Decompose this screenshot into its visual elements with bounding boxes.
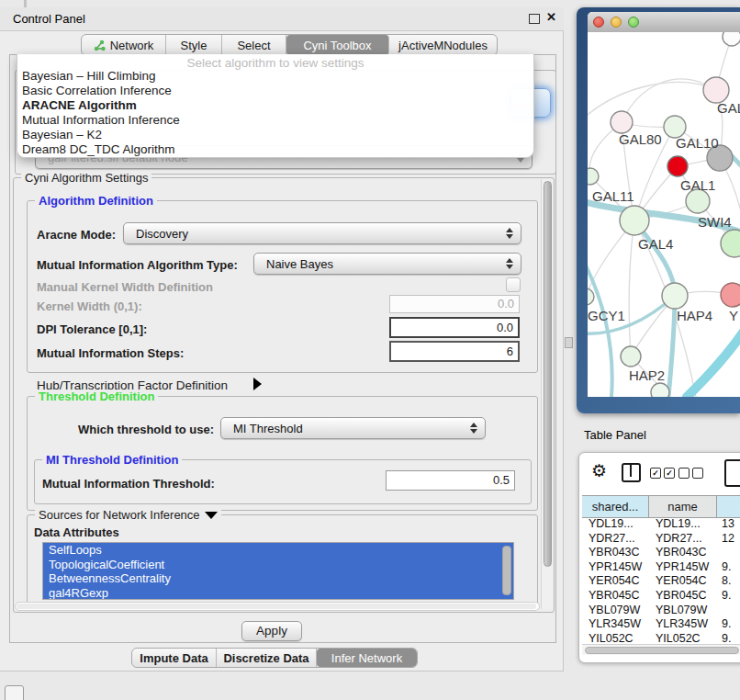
cell-value: 8. xyxy=(722,574,731,587)
expand-arrow-icon[interactable] xyxy=(253,378,262,390)
table-panel-window: ⚙ ✓ ✓ shared... name YDL19... YDL19... 1… xyxy=(578,452,740,663)
unchecked-box xyxy=(692,468,703,479)
node-hap4[interactable] xyxy=(662,283,688,309)
node-hap2[interactable] xyxy=(621,346,641,367)
app-screen: Control Panel ✕ Network Style Select Cyn… xyxy=(0,0,740,700)
dpi-tolerance-field[interactable]: 0.0 xyxy=(389,317,520,338)
list-item-betweennesscentrality[interactable]: BetweennessCentrality xyxy=(43,571,513,586)
deselect-all-checkboxes-icon[interactable] xyxy=(678,468,703,479)
network-edges-highlighted[interactable] xyxy=(588,150,740,397)
menu-item-bayesian-hill-climbing[interactable]: Bayesian – Hill Climbing xyxy=(19,69,532,84)
column-header-partial[interactable] xyxy=(717,496,740,517)
tab-discretize-data[interactable]: Discretize Data xyxy=(217,649,317,667)
tab-select[interactable]: Select xyxy=(222,35,286,55)
node-gal4[interactable] xyxy=(620,206,649,235)
mi-steps-field[interactable]: 6 xyxy=(389,341,520,362)
table-row[interactable]: YDR27... YDR27... 12 xyxy=(582,532,740,547)
manual-kernel-checkbox[interactable] xyxy=(506,277,521,292)
table-row[interactable]: YBR045C YBR045C 9. xyxy=(582,589,740,604)
network-window-titlebar[interactable] xyxy=(588,12,740,33)
import-table-icon[interactable] xyxy=(724,459,740,487)
node-y-partial[interactable] xyxy=(721,283,740,307)
close-panel-icon[interactable]: ✕ xyxy=(546,10,556,24)
combo-arrows-icon xyxy=(470,423,477,434)
tab-network[interactable]: Network xyxy=(82,35,166,55)
kernel-width-field[interactable]: 0.0 xyxy=(389,295,520,313)
splitpane-divider-handle[interactable] xyxy=(565,337,573,348)
cell-name: YBL079W xyxy=(656,604,707,616)
algorithm-dropdown-popup: Select algorithm to view settings Bayesi… xyxy=(17,54,534,158)
cell-name: YDR27... xyxy=(656,532,702,545)
cell-value: 9. xyxy=(722,632,731,645)
which-threshold-label: Which threshold to use: xyxy=(78,423,214,436)
tab-infer-network[interactable]: Infer Network xyxy=(317,649,417,667)
cell-shared: YDL19... xyxy=(589,517,633,530)
float-panel-icon[interactable] xyxy=(529,14,540,24)
node-unlabeled-bottom[interactable] xyxy=(651,383,669,397)
table-row[interactable]: YPR145W YPR145W 9. xyxy=(582,560,740,575)
table-panel-title: Table Panel xyxy=(584,428,646,442)
node-red-selected[interactable] xyxy=(667,156,688,176)
tab-jactivemnodules-label: jActiveMNodules xyxy=(398,39,488,52)
cell-name: YDL19... xyxy=(656,517,701,530)
node-gal80[interactable] xyxy=(611,111,633,133)
table-row[interactable]: YLR345W YLR345W 9. xyxy=(582,617,740,632)
menu-item-aracne[interactable]: ARACNE Algorithm xyxy=(19,98,532,113)
top-divider-mark xyxy=(24,0,27,7)
node-label-hap2: HAP2 xyxy=(629,367,665,383)
settings-scrollbar-thumb[interactable] xyxy=(544,181,552,567)
node-gal11[interactable] xyxy=(588,168,599,185)
column-divider xyxy=(630,465,632,477)
menu-item-bayesian-k2[interactable]: Bayesian – K2 xyxy=(19,128,532,142)
tab-style-label: Style xyxy=(181,39,207,52)
table-hscrollbar-thumb[interactable] xyxy=(585,647,739,654)
settings-hscrollbar-thumb[interactable] xyxy=(17,604,536,609)
cell-name: YER054C xyxy=(656,574,707,587)
tab-impute-data[interactable]: Impute Data xyxy=(132,649,217,667)
network-canvas[interactable]: GAL GAL80 GAL10 GAL1 GAL11 GAL4 SWI4 GCY… xyxy=(588,32,740,397)
select-all-checkboxes-icon[interactable]: ✓ ✓ xyxy=(650,468,675,479)
column-header-shared-name[interactable]: shared... xyxy=(582,496,649,517)
list-item-gal4rgexp[interactable]: gal4RGexp xyxy=(43,586,513,601)
node-unlabeled-top[interactable] xyxy=(723,32,740,46)
combo-arrows-icon xyxy=(506,228,513,239)
settings-scrollbar-track[interactable] xyxy=(541,179,553,609)
table-row[interactable]: YDL19... YDL19... 13 xyxy=(582,517,740,532)
cell-value: 13 xyxy=(722,517,734,530)
tab-style[interactable]: Style xyxy=(166,35,222,55)
list-scrollbar-thumb[interactable] xyxy=(502,546,511,595)
cell-name: YIL052C xyxy=(656,632,701,645)
aracne-mode-value: Discovery xyxy=(136,227,188,241)
minimize-window-icon[interactable] xyxy=(611,17,622,28)
close-window-icon[interactable] xyxy=(593,17,604,28)
table-row[interactable]: YBL079W YBL079W xyxy=(582,604,740,618)
node-label-gal-partial: GAL xyxy=(717,100,740,116)
table-hscrollbar-track[interactable] xyxy=(582,644,740,655)
node-gcy1[interactable] xyxy=(588,288,594,305)
node-swi4[interactable] xyxy=(721,230,740,257)
aracne-mode-combobox[interactable]: Discovery xyxy=(123,222,521,244)
unchecked-box xyxy=(678,468,690,479)
sources-group-title[interactable]: Sources for Network Inference xyxy=(35,508,221,522)
mi-threshold-field[interactable]: 0.5 xyxy=(386,470,515,491)
list-item-topologicalcoefficient[interactable]: TopologicalCoefficient xyxy=(43,558,513,572)
menu-item-mutual-information[interactable]: Mutual Information Inference xyxy=(19,113,532,128)
control-panel-titlebar: Control Panel ✕ xyxy=(0,7,564,31)
list-item-selfloops[interactable]: SelfLoops xyxy=(43,543,513,558)
apply-button[interactable]: Apply xyxy=(241,621,302,641)
mi-type-combobox[interactable]: Naive Bayes xyxy=(253,253,521,275)
column-header-name[interactable]: name xyxy=(649,496,717,517)
which-threshold-combobox[interactable]: MI Threshold xyxy=(220,417,486,439)
node-gal-partial[interactable] xyxy=(703,77,729,103)
menu-item-basic-correlation[interactable]: Basic Correlation Inference xyxy=(19,84,532,98)
tab-cyni-toolbox[interactable]: Cyni Toolbox xyxy=(286,35,389,55)
settings-hscrollbar-track[interactable] xyxy=(15,602,540,611)
column-layout-icon[interactable] xyxy=(622,463,641,482)
table-settings-gear-icon[interactable]: ⚙ xyxy=(591,460,607,481)
zoom-window-icon[interactable] xyxy=(628,17,639,28)
tab-jactivemnodules[interactable]: jActiveMNodules xyxy=(389,35,497,55)
menu-item-dream8[interactable]: Dream8 DC_TDC Algorithm xyxy=(19,142,532,157)
table-row[interactable]: YER054C YER054C 8. xyxy=(582,574,740,589)
table-row[interactable]: YBR043C YBR043C xyxy=(582,546,740,560)
minimized-panel-button[interactable] xyxy=(5,685,24,700)
